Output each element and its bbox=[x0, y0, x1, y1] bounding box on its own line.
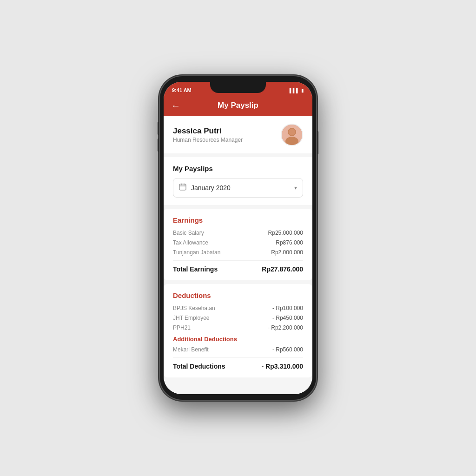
pph21-label: PPH21 bbox=[173, 324, 191, 331]
profile-name: Jessica Putri bbox=[173, 126, 243, 136]
power-button bbox=[317, 131, 318, 154]
pph21-row: PPH21 - Rp2.200.000 bbox=[173, 324, 303, 331]
phone-wrapper: 9:41 AM ▌▌▌ ▮ ← My Payslip Jessica Putri… bbox=[159, 75, 317, 401]
tax-allowance-label: Tax Allowance bbox=[173, 239, 208, 246]
additional-deductions-label: Additional Deductions bbox=[173, 336, 303, 343]
jht-value: - Rp450.000 bbox=[272, 315, 303, 321]
jht-row: JHT Employee - Rp450.000 bbox=[173, 315, 303, 321]
basic-salary-value: Rp25.000.000 bbox=[268, 230, 303, 236]
tunjangan-jabatan-label: Tunjangan Jabatan bbox=[173, 249, 220, 256]
selected-month: January 2020 bbox=[191, 184, 231, 192]
total-deductions-row: Total Deductions - Rp3.310.000 bbox=[173, 363, 303, 370]
back-button[interactable]: ← bbox=[171, 100, 180, 111]
notch bbox=[210, 82, 266, 93]
bpjs-row: BPJS Kesehatan - Rp100.000 bbox=[173, 305, 303, 311]
calendar-icon bbox=[179, 183, 186, 192]
bpjs-label: BPJS Kesehatan bbox=[173, 305, 215, 311]
earnings-divider bbox=[173, 260, 303, 261]
mekari-benefit-label: Mekari Benefit bbox=[173, 346, 209, 353]
svg-point-2 bbox=[285, 137, 298, 146]
total-earnings-value: Rp27.876.000 bbox=[262, 265, 303, 273]
month-selector[interactable]: January 2020 ▾ bbox=[173, 178, 303, 198]
payslips-section: My Payslips January 2020 bbox=[164, 157, 312, 205]
month-selector-left: January 2020 bbox=[179, 183, 231, 192]
deductions-card: Deductions BPJS Kesehatan - Rp100.000 JH… bbox=[164, 284, 312, 377]
deductions-divider bbox=[173, 357, 303, 358]
svg-rect-4 bbox=[179, 184, 186, 190]
page-title: My Payslip bbox=[218, 101, 258, 110]
phone-screen: 9:41 AM ▌▌▌ ▮ ← My Payslip Jessica Putri… bbox=[164, 82, 312, 394]
signal-icon: ▌▌▌ bbox=[290, 88, 299, 93]
mekari-benefit-value: - Rp560.000 bbox=[272, 346, 303, 353]
mekari-benefit-row: Mekari Benefit - Rp560.000 bbox=[173, 346, 303, 353]
dropdown-arrow-icon: ▾ bbox=[294, 185, 297, 191]
status-icons: ▌▌▌ ▮ bbox=[290, 88, 304, 93]
avatar bbox=[281, 124, 303, 146]
tax-allowance-row: Tax Allowance Rp876.000 bbox=[173, 239, 303, 246]
pph21-value: - Rp2.200.000 bbox=[268, 324, 303, 331]
deductions-section-label: Deductions bbox=[173, 291, 303, 299]
volume-buttons bbox=[158, 122, 159, 152]
status-time: 9:41 AM bbox=[172, 87, 192, 93]
profile-info: Jessica Putri Human Resources Manager bbox=[173, 126, 243, 143]
basic-salary-row: Basic Salary Rp25.000.000 bbox=[173, 230, 303, 236]
basic-salary-label: Basic Salary bbox=[173, 230, 204, 236]
main-content: Jessica Putri Human Resources Manager bbox=[164, 116, 312, 394]
tunjangan-jabatan-row: Tunjangan Jabatan Rp2.000.000 bbox=[173, 249, 303, 256]
total-earnings-row: Total Earnings Rp27.876.000 bbox=[173, 265, 303, 273]
earnings-card: Earnings Basic Salary Rp25.000.000 Tax A… bbox=[164, 209, 312, 280]
battery-icon: ▮ bbox=[301, 88, 304, 93]
payslips-section-title: My Payslips bbox=[173, 165, 303, 172]
tunjangan-jabatan-value: Rp2.000.000 bbox=[271, 249, 303, 256]
app-header: ← My Payslip bbox=[164, 95, 312, 116]
bpjs-value: - Rp100.000 bbox=[272, 305, 303, 311]
tax-allowance-value: Rp876.000 bbox=[276, 239, 303, 246]
profile-section: Jessica Putri Human Resources Manager bbox=[164, 116, 312, 153]
avatar-image bbox=[281, 124, 303, 146]
total-deductions-value: - Rp3.310.000 bbox=[262, 363, 304, 370]
total-earnings-label: Total Earnings bbox=[173, 265, 218, 273]
svg-point-3 bbox=[289, 129, 295, 135]
profile-role: Human Resources Manager bbox=[173, 137, 243, 143]
jht-label: JHT Employee bbox=[173, 315, 209, 321]
total-deductions-label: Total Deductions bbox=[173, 363, 225, 370]
earnings-section-label: Earnings bbox=[173, 216, 303, 224]
